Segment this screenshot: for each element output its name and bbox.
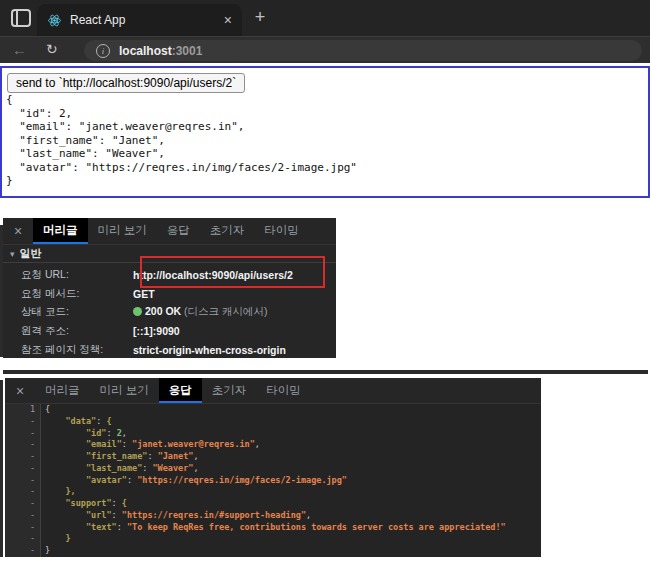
code-token-plain: ,: [306, 510, 311, 520]
header-row: 요청 URL:http://localhost:9090/api/users/2: [3, 266, 336, 285]
header-row-value: strict-origin-when-cross-origin: [133, 344, 286, 356]
code-token-plain: :: [112, 498, 122, 508]
devtools-tab[interactable]: 미리 보기: [88, 218, 157, 244]
line-number: -: [5, 451, 41, 463]
code-token-key: "last_name": [86, 463, 142, 473]
section-label: 일반: [20, 247, 42, 259]
code-text: "first_name": "Janet",: [41, 451, 199, 463]
code-token-brace: },: [65, 486, 75, 496]
code-token-plain: :: [147, 451, 157, 461]
header-row-label: 요청 URL:: [3, 268, 133, 282]
code-token-plain: [45, 463, 86, 473]
code-token-string: "Janet": [158, 451, 194, 461]
code-text: "url": "https://reqres.in/#support-headi…: [41, 510, 311, 522]
code-text: {: [41, 404, 50, 416]
code-line: - }: [5, 533, 541, 545]
headers-panel-tabbar: × 머리글미리 보기응답초기자타이밍: [3, 218, 336, 245]
line-number: -: [5, 428, 41, 440]
devtools-tab[interactable]: 머리글: [33, 218, 88, 244]
status-dot-icon: [133, 307, 142, 316]
screenshot-root: React App × + ← ↻ i localhost:3001 send …: [0, 0, 650, 567]
header-row: 요청 메서드:GET: [3, 285, 336, 304]
url-host: localhost: [119, 44, 172, 58]
devtools-tab[interactable]: 초기자: [202, 378, 257, 403]
code-token-key: "url": [86, 510, 112, 520]
code-text: "last_name": "Weaver",: [41, 463, 199, 475]
code-token-string: "https://reqres.in/img/faces/2-image.jpg…: [137, 475, 347, 485]
tab-layout-icon[interactable]: [11, 9, 31, 27]
code-line: - "text": "To keep ReqRes free, contribu…: [5, 522, 541, 534]
response-body-viewer: 1{- "data": {- "id": 2,- "email": "janet…: [5, 404, 541, 557]
devtools-tab[interactable]: 머리글: [35, 378, 90, 403]
close-panel-icon[interactable]: ×: [5, 378, 35, 403]
tab-close-button[interactable]: ×: [224, 13, 232, 27]
code-line: -}: [5, 545, 541, 557]
line-number: -: [5, 533, 41, 545]
devtools-tab[interactable]: 타이밍: [256, 378, 311, 403]
general-section-header[interactable]: ▾일반: [3, 245, 336, 263]
header-row-label: 상태 코드:: [3, 305, 133, 319]
code-token-plain: :: [106, 428, 116, 438]
back-button[interactable]: ←: [12, 41, 27, 58]
header-row-label: 참조 페이지 정책:: [3, 343, 133, 357]
code-token-plain: [45, 428, 86, 438]
tab-title: React App: [70, 13, 125, 27]
devtools-tab[interactable]: 미리 보기: [90, 378, 159, 403]
code-token-key: "id": [86, 428, 106, 438]
code-text: "avatar": "https://reqres.in/img/faces/2…: [41, 475, 347, 487]
code-line: - "support": {: [5, 498, 541, 510]
code-token-plain: :: [117, 522, 127, 532]
header-row: 참조 페이지 정책:strict-origin-when-cross-origi…: [3, 340, 336, 359]
code-token-plain: [45, 486, 65, 496]
close-panel-icon[interactable]: ×: [3, 218, 33, 244]
code-token-string: "https://reqres.in/#support-heading": [122, 510, 306, 520]
url-bar[interactable]: i localhost:3001: [84, 40, 642, 61]
code-token-plain: [45, 416, 65, 426]
react-app-page: send to `http://localhost:9090/api/users…: [0, 66, 650, 198]
code-line: - "data": {: [5, 416, 541, 428]
line-number: -: [5, 439, 41, 451]
header-row-label: 요청 메서드:: [3, 287, 133, 301]
code-token-key: "first_name": [86, 451, 147, 461]
send-request-button[interactable]: send to `http://localhost:9090/api/users…: [7, 73, 245, 93]
code-token-plain: [45, 475, 86, 485]
devtools-tab[interactable]: 타이밍: [254, 218, 309, 244]
code-line: - },: [5, 486, 541, 498]
code-token-plain: [45, 522, 86, 532]
devtools-tab[interactable]: 응답: [157, 218, 200, 244]
site-info-icon[interactable]: i: [96, 44, 110, 58]
devtools-response-panel: × 머리글미리 보기응답초기자타이밍 1{- "data": {- "id": …: [5, 378, 541, 557]
browser-tab[interactable]: React App ×: [37, 4, 242, 36]
line-number: -: [5, 416, 41, 428]
code-text: "text": "To keep ReqRes free, contributi…: [41, 522, 506, 534]
code-token-plain: [45, 498, 65, 508]
devtools-tab[interactable]: 초기자: [200, 218, 255, 244]
panel-top-strip: [3, 370, 648, 374]
header-row: 상태 코드:200 OK (디스크 캐시에서): [3, 303, 336, 322]
code-token-brace: {: [106, 416, 111, 426]
new-tab-button[interactable]: +: [248, 6, 272, 30]
code-token-key: "text": [86, 522, 117, 532]
header-row: 원격 주소:[::1]:9090: [3, 322, 336, 341]
code-text: "data": {: [41, 416, 112, 428]
code-text: },: [41, 486, 76, 498]
code-token-plain: :: [96, 416, 106, 426]
devtools-tab[interactable]: 응답: [159, 378, 202, 403]
browser-addressbar: ← ↻ i localhost:3001: [0, 36, 650, 63]
code-token-plain: {: [45, 404, 50, 414]
user-json-output: { "id": 2, "email": "janet.weaver@reqres…: [6, 93, 357, 188]
code-token-plain: :: [112, 510, 122, 520]
line-number: 1: [5, 404, 41, 416]
code-line: - "first_name": "Janet",: [5, 451, 541, 463]
code-token-plain: :: [142, 463, 152, 473]
reload-button[interactable]: ↻: [46, 41, 58, 57]
code-line: - "avatar": "https://reqres.in/img/faces…: [5, 475, 541, 487]
code-token-plain: :: [127, 475, 137, 485]
header-row-value: 200 OK (디스크 캐시에서): [133, 305, 268, 319]
line-number: -: [5, 522, 41, 534]
header-row-value: GET: [133, 288, 155, 300]
code-text: "id": 2,: [41, 428, 127, 440]
collapse-arrow-icon: ▾: [10, 249, 15, 259]
code-text: "email": "janet.weaver@reqres.in",: [41, 439, 260, 451]
code-line: - "url": "https://reqres.in/#support-hea…: [5, 510, 541, 522]
